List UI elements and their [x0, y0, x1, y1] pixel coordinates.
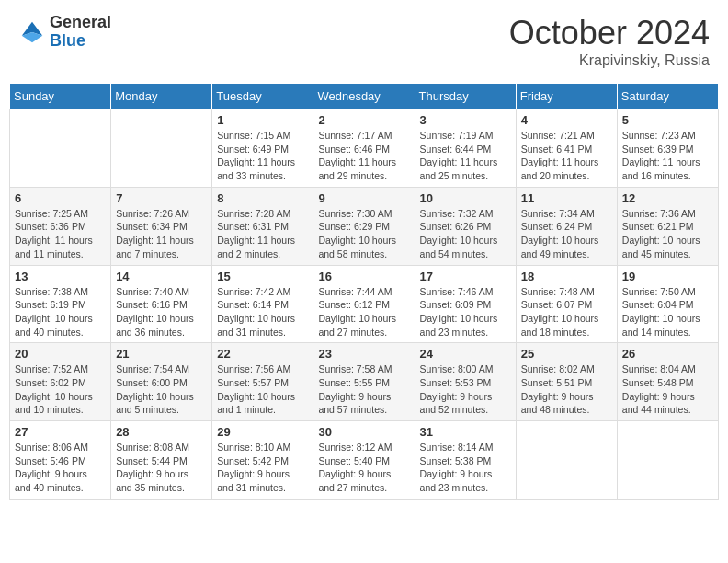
- day-number: 22: [217, 347, 308, 361]
- calendar-week-row: 13Sunrise: 7:38 AM Sunset: 6:19 PM Dayli…: [10, 265, 719, 343]
- day-number: 30: [318, 425, 409, 439]
- day-number: 13: [15, 270, 106, 283]
- calendar-cell: 27Sunrise: 8:06 AM Sunset: 5:46 PM Dayli…: [10, 421, 111, 500]
- day-info: Sunrise: 8:00 AM Sunset: 5:53 PM Dayligh…: [420, 362, 511, 417]
- day-info: Sunrise: 8:04 AM Sunset: 5:48 PM Dayligh…: [622, 362, 713, 417]
- calendar-cell: 13Sunrise: 7:38 AM Sunset: 6:19 PM Dayli…: [10, 265, 111, 343]
- day-number: 17: [420, 270, 511, 283]
- calendar-cell: 16Sunrise: 7:44 AM Sunset: 6:12 PM Dayli…: [313, 265, 415, 343]
- day-info: Sunrise: 8:10 AM Sunset: 5:42 PM Dayligh…: [217, 441, 308, 495]
- day-info: Sunrise: 8:14 AM Sunset: 5:38 PM Dayligh…: [420, 441, 511, 495]
- weekday-header-tuesday: Tuesday: [212, 84, 313, 109]
- day-number: 7: [116, 191, 207, 205]
- day-number: 20: [15, 347, 106, 361]
- calendar-cell: 14Sunrise: 7:40 AM Sunset: 6:16 PM Dayli…: [111, 265, 212, 343]
- day-info: Sunrise: 7:46 AM Sunset: 6:09 PM Dayligh…: [420, 285, 511, 339]
- calendar-cell: [10, 109, 111, 188]
- day-info: Sunrise: 8:08 AM Sunset: 5:44 PM Dayligh…: [116, 441, 207, 495]
- day-number: 28: [116, 425, 207, 439]
- calendar-week-row: 6Sunrise: 7:25 AM Sunset: 6:36 PM Daylig…: [10, 187, 719, 265]
- day-number: 1: [217, 113, 308, 127]
- calendar-cell: 10Sunrise: 7:32 AM Sunset: 6:26 PM Dayli…: [415, 187, 516, 265]
- weekday-header-thursday: Thursday: [415, 84, 516, 109]
- calendar-cell: 12Sunrise: 7:36 AM Sunset: 6:21 PM Dayli…: [617, 187, 718, 265]
- day-info: Sunrise: 7:25 AM Sunset: 6:36 PM Dayligh…: [15, 207, 106, 261]
- day-info: Sunrise: 8:12 AM Sunset: 5:40 PM Dayligh…: [318, 441, 409, 495]
- day-number: 10: [420, 191, 511, 205]
- day-info: Sunrise: 7:26 AM Sunset: 6:34 PM Dayligh…: [116, 207, 207, 261]
- calendar-cell: 11Sunrise: 7:34 AM Sunset: 6:24 PM Dayli…: [516, 187, 617, 265]
- day-info: Sunrise: 7:28 AM Sunset: 6:31 PM Dayligh…: [217, 207, 308, 261]
- month-title: October 2024: [509, 14, 710, 52]
- logo-text: General Blue: [50, 14, 111, 51]
- calendar-week-row: 20Sunrise: 7:52 AM Sunset: 6:02 PM Dayli…: [10, 343, 719, 421]
- day-number: 16: [318, 270, 409, 283]
- calendar-week-row: 1Sunrise: 7:15 AM Sunset: 6:49 PM Daylig…: [10, 109, 719, 188]
- day-number: 21: [116, 347, 207, 361]
- day-number: 25: [521, 347, 612, 361]
- calendar-week-row: 27Sunrise: 8:06 AM Sunset: 5:46 PM Dayli…: [10, 421, 719, 500]
- logo: General Blue: [18, 14, 111, 51]
- logo-general: General: [50, 14, 111, 32]
- day-info: Sunrise: 7:17 AM Sunset: 6:46 PM Dayligh…: [318, 129, 409, 183]
- calendar-cell: 4Sunrise: 7:21 AM Sunset: 6:41 PM Daylig…: [516, 109, 617, 188]
- calendar-cell: 9Sunrise: 7:30 AM Sunset: 6:29 PM Daylig…: [313, 187, 415, 265]
- calendar-table: SundayMondayTuesdayWednesdayThursdayFrid…: [9, 83, 719, 500]
- calendar-cell: 18Sunrise: 7:48 AM Sunset: 6:07 PM Dayli…: [516, 265, 617, 343]
- day-number: 18: [521, 270, 612, 283]
- day-number: 2: [318, 113, 409, 127]
- day-info: Sunrise: 7:52 AM Sunset: 6:02 PM Dayligh…: [15, 362, 106, 417]
- calendar-cell: 2Sunrise: 7:17 AM Sunset: 6:46 PM Daylig…: [313, 109, 415, 188]
- calendar-cell: 5Sunrise: 7:23 AM Sunset: 6:39 PM Daylig…: [617, 109, 718, 188]
- calendar-cell: 30Sunrise: 8:12 AM Sunset: 5:40 PM Dayli…: [313, 421, 415, 500]
- calendar-cell: 23Sunrise: 7:58 AM Sunset: 5:55 PM Dayli…: [313, 343, 415, 421]
- day-info: Sunrise: 8:06 AM Sunset: 5:46 PM Dayligh…: [15, 441, 106, 495]
- day-number: 11: [521, 191, 612, 205]
- day-info: Sunrise: 7:56 AM Sunset: 5:57 PM Dayligh…: [217, 362, 308, 417]
- day-info: Sunrise: 7:54 AM Sunset: 6:00 PM Dayligh…: [116, 362, 207, 417]
- day-info: Sunrise: 7:42 AM Sunset: 6:14 PM Dayligh…: [217, 285, 308, 339]
- day-number: 15: [217, 270, 308, 283]
- weekday-header-friday: Friday: [516, 84, 617, 109]
- day-number: 5: [622, 113, 713, 127]
- calendar-cell: 22Sunrise: 7:56 AM Sunset: 5:57 PM Dayli…: [212, 343, 313, 421]
- day-number: 4: [521, 113, 612, 127]
- day-info: Sunrise: 7:15 AM Sunset: 6:49 PM Dayligh…: [217, 129, 308, 183]
- day-info: Sunrise: 7:19 AM Sunset: 6:44 PM Dayligh…: [420, 129, 511, 183]
- day-number: 12: [622, 191, 713, 205]
- day-number: 9: [318, 191, 409, 205]
- calendar-cell: 20Sunrise: 7:52 AM Sunset: 6:02 PM Dayli…: [10, 343, 111, 421]
- day-number: 23: [318, 347, 409, 361]
- calendar-cell: 28Sunrise: 8:08 AM Sunset: 5:44 PM Dayli…: [111, 421, 212, 500]
- calendar-cell: 6Sunrise: 7:25 AM Sunset: 6:36 PM Daylig…: [10, 187, 111, 265]
- day-info: Sunrise: 8:02 AM Sunset: 5:51 PM Dayligh…: [521, 362, 612, 417]
- day-number: 14: [116, 270, 207, 283]
- logo-blue: Blue: [50, 32, 111, 51]
- calendar-cell: 26Sunrise: 8:04 AM Sunset: 5:48 PM Dayli…: [617, 343, 718, 421]
- day-number: 19: [622, 270, 713, 283]
- day-info: Sunrise: 7:40 AM Sunset: 6:16 PM Dayligh…: [116, 285, 207, 339]
- calendar-cell: 8Sunrise: 7:28 AM Sunset: 6:31 PM Daylig…: [212, 187, 313, 265]
- logo-icon: [18, 18, 46, 46]
- day-number: 26: [622, 347, 713, 361]
- day-number: 8: [217, 191, 308, 205]
- calendar-cell: 19Sunrise: 7:50 AM Sunset: 6:04 PM Dayli…: [617, 265, 718, 343]
- weekday-header-wednesday: Wednesday: [313, 84, 415, 109]
- day-info: Sunrise: 7:21 AM Sunset: 6:41 PM Dayligh…: [521, 129, 612, 183]
- day-number: 3: [420, 113, 511, 127]
- weekday-header-saturday: Saturday: [617, 84, 718, 109]
- calendar-cell: 21Sunrise: 7:54 AM Sunset: 6:00 PM Dayli…: [111, 343, 212, 421]
- weekday-header-monday: Monday: [111, 84, 212, 109]
- calendar-cell: 1Sunrise: 7:15 AM Sunset: 6:49 PM Daylig…: [212, 109, 313, 188]
- day-info: Sunrise: 7:23 AM Sunset: 6:39 PM Dayligh…: [622, 129, 713, 183]
- calendar-cell: 31Sunrise: 8:14 AM Sunset: 5:38 PM Dayli…: [415, 421, 516, 500]
- day-info: Sunrise: 7:34 AM Sunset: 6:24 PM Dayligh…: [521, 207, 612, 261]
- calendar-cell: 15Sunrise: 7:42 AM Sunset: 6:14 PM Dayli…: [212, 265, 313, 343]
- day-info: Sunrise: 7:38 AM Sunset: 6:19 PM Dayligh…: [15, 285, 106, 339]
- day-info: Sunrise: 7:30 AM Sunset: 6:29 PM Dayligh…: [318, 207, 409, 261]
- day-number: 24: [420, 347, 511, 361]
- subtitle: Krapivinskiy, Russia: [509, 52, 710, 69]
- calendar-cell: [617, 421, 718, 500]
- calendar-cell: 25Sunrise: 8:02 AM Sunset: 5:51 PM Dayli…: [516, 343, 617, 421]
- page-header: General Blue October 2024 Krapivinskiy, …: [9, 9, 719, 74]
